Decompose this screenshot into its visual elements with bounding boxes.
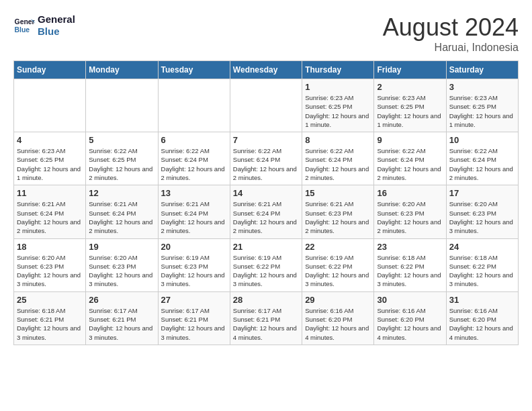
day-info: Sunrise: 6:18 AM Sunset: 6:22 PM Dayligh… — [449, 253, 515, 289]
day-info: Sunrise: 6:23 AM Sunset: 6:25 PM Dayligh… — [377, 93, 443, 129]
weekday-header-saturday: Saturday — [446, 61, 518, 79]
week-row-5: 25Sunrise: 6:18 AM Sunset: 6:21 PM Dayli… — [14, 291, 519, 345]
day-number: 29 — [305, 295, 371, 305]
weekday-header-tuesday: Tuesday — [158, 61, 230, 79]
day-info: Sunrise: 6:17 AM Sunset: 6:21 PM Dayligh… — [89, 306, 154, 342]
day-number: 17 — [449, 188, 515, 198]
calendar-cell: 7Sunrise: 6:22 AM Sunset: 6:24 PM Daylig… — [230, 132, 302, 185]
calendar-cell: 26Sunrise: 6:17 AM Sunset: 6:21 PM Dayli… — [86, 291, 158, 345]
weekday-header-sunday: Sunday — [14, 61, 86, 79]
week-row-4: 18Sunrise: 6:20 AM Sunset: 6:23 PM Dayli… — [14, 238, 519, 291]
calendar-table: SundayMondayTuesdayWednesdayThursdayFrid… — [13, 60, 519, 345]
calendar-cell — [158, 79, 230, 132]
day-info: Sunrise: 6:22 AM Sunset: 6:25 PM Dayligh… — [89, 146, 154, 182]
weekday-header-wednesday: Wednesday — [230, 61, 302, 79]
day-number: 14 — [233, 188, 299, 198]
weekday-header-monday: Monday — [86, 61, 158, 79]
day-info: Sunrise: 6:19 AM Sunset: 6:22 PM Dayligh… — [305, 253, 371, 289]
calendar-cell: 8Sunrise: 6:22 AM Sunset: 6:24 PM Daylig… — [302, 132, 374, 185]
day-info: Sunrise: 6:20 AM Sunset: 6:23 PM Dayligh… — [377, 199, 443, 235]
day-number: 7 — [233, 135, 299, 145]
calendar-cell: 24Sunrise: 6:18 AM Sunset: 6:22 PM Dayli… — [446, 238, 518, 291]
logo-icon: General Blue — [13, 15, 35, 36]
logo-line2: Blue — [38, 26, 75, 38]
calendar-cell: 22Sunrise: 6:19 AM Sunset: 6:22 PM Dayli… — [302, 238, 374, 291]
day-number: 20 — [161, 242, 227, 252]
svg-text:Blue: Blue — [15, 26, 30, 34]
calendar-cell: 21Sunrise: 6:19 AM Sunset: 6:22 PM Dayli… — [230, 238, 302, 291]
day-info: Sunrise: 6:21 AM Sunset: 6:24 PM Dayligh… — [89, 199, 154, 235]
week-row-1: 1Sunrise: 6:23 AM Sunset: 6:25 PM Daylig… — [14, 79, 519, 132]
day-info: Sunrise: 6:17 AM Sunset: 6:21 PM Dayligh… — [161, 306, 227, 342]
calendar-title: August 2024 — [383, 13, 519, 42]
logo-line1: General — [38, 13, 75, 26]
day-number: 2 — [377, 82, 443, 92]
logo: General Blue General Blue — [13, 13, 75, 38]
calendar-cell: 31Sunrise: 6:16 AM Sunset: 6:20 PM Dayli… — [446, 291, 518, 345]
day-info: Sunrise: 6:22 AM Sunset: 6:24 PM Dayligh… — [305, 146, 371, 182]
calendar-cell: 19Sunrise: 6:20 AM Sunset: 6:23 PM Dayli… — [86, 238, 158, 291]
day-info: Sunrise: 6:23 AM Sunset: 6:25 PM Dayligh… — [305, 93, 371, 129]
day-number: 3 — [449, 82, 515, 92]
calendar-cell: 30Sunrise: 6:16 AM Sunset: 6:20 PM Dayli… — [374, 291, 446, 345]
week-row-3: 11Sunrise: 6:21 AM Sunset: 6:24 PM Dayli… — [14, 185, 519, 238]
calendar-cell: 17Sunrise: 6:20 AM Sunset: 6:23 PM Dayli… — [446, 185, 518, 238]
calendar-cell: 11Sunrise: 6:21 AM Sunset: 6:24 PM Dayli… — [14, 185, 86, 238]
calendar-cell: 20Sunrise: 6:19 AM Sunset: 6:23 PM Dayli… — [158, 238, 230, 291]
day-info: Sunrise: 6:20 AM Sunset: 6:23 PM Dayligh… — [449, 199, 515, 235]
day-number: 18 — [17, 242, 83, 252]
svg-text:General: General — [15, 18, 35, 26]
day-info: Sunrise: 6:19 AM Sunset: 6:23 PM Dayligh… — [161, 253, 227, 289]
day-number: 25 — [17, 295, 83, 305]
day-number: 15 — [305, 188, 371, 198]
calendar-cell: 27Sunrise: 6:17 AM Sunset: 6:21 PM Dayli… — [158, 291, 230, 345]
calendar-cell — [14, 79, 86, 132]
calendar-cell: 28Sunrise: 6:17 AM Sunset: 6:21 PM Dayli… — [230, 291, 302, 345]
day-number: 26 — [89, 295, 154, 305]
day-info: Sunrise: 6:21 AM Sunset: 6:24 PM Dayligh… — [161, 199, 227, 235]
calendar-cell: 12Sunrise: 6:21 AM Sunset: 6:24 PM Dayli… — [86, 185, 158, 238]
day-number: 6 — [161, 135, 227, 145]
calendar-subtitle: Haruai, Indonesia — [383, 42, 519, 54]
day-info: Sunrise: 6:19 AM Sunset: 6:22 PM Dayligh… — [233, 253, 299, 289]
day-info: Sunrise: 6:16 AM Sunset: 6:20 PM Dayligh… — [449, 306, 515, 342]
weekday-header-row: SundayMondayTuesdayWednesdayThursdayFrid… — [14, 61, 519, 79]
day-number: 9 — [377, 135, 443, 145]
weekday-header-thursday: Thursday — [302, 61, 374, 79]
day-number: 4 — [17, 135, 83, 145]
calendar-cell: 1Sunrise: 6:23 AM Sunset: 6:25 PM Daylig… — [302, 79, 374, 132]
calendar-cell: 3Sunrise: 6:23 AM Sunset: 6:25 PM Daylig… — [446, 79, 518, 132]
calendar-cell: 6Sunrise: 6:22 AM Sunset: 6:24 PM Daylig… — [158, 132, 230, 185]
calendar-cell — [86, 79, 158, 132]
day-number: 23 — [377, 242, 443, 252]
title-block: August 2024 Haruai, Indonesia — [383, 13, 519, 54]
day-number: 30 — [377, 295, 443, 305]
day-info: Sunrise: 6:23 AM Sunset: 6:25 PM Dayligh… — [17, 146, 83, 182]
day-number: 11 — [17, 188, 83, 198]
day-info: Sunrise: 6:22 AM Sunset: 6:24 PM Dayligh… — [377, 146, 443, 182]
day-number: 28 — [233, 295, 299, 305]
calendar-cell: 15Sunrise: 6:21 AM Sunset: 6:23 PM Dayli… — [302, 185, 374, 238]
day-info: Sunrise: 6:18 AM Sunset: 6:21 PM Dayligh… — [17, 306, 83, 342]
day-number: 13 — [161, 188, 227, 198]
calendar-cell: 18Sunrise: 6:20 AM Sunset: 6:23 PM Dayli… — [14, 238, 86, 291]
day-info: Sunrise: 6:21 AM Sunset: 6:24 PM Dayligh… — [233, 199, 299, 235]
day-info: Sunrise: 6:18 AM Sunset: 6:22 PM Dayligh… — [377, 253, 443, 289]
day-number: 1 — [305, 82, 371, 92]
day-info: Sunrise: 6:16 AM Sunset: 6:20 PM Dayligh… — [377, 306, 443, 342]
day-number: 10 — [449, 135, 515, 145]
day-number: 21 — [233, 242, 299, 252]
day-info: Sunrise: 6:22 AM Sunset: 6:24 PM Dayligh… — [449, 146, 515, 182]
day-number: 12 — [89, 188, 154, 198]
day-number: 19 — [89, 242, 154, 252]
day-number: 31 — [449, 295, 515, 305]
calendar-cell: 16Sunrise: 6:20 AM Sunset: 6:23 PM Dayli… — [374, 185, 446, 238]
calendar-cell: 23Sunrise: 6:18 AM Sunset: 6:22 PM Dayli… — [374, 238, 446, 291]
calendar-cell: 13Sunrise: 6:21 AM Sunset: 6:24 PM Dayli… — [158, 185, 230, 238]
calendar-cell: 5Sunrise: 6:22 AM Sunset: 6:25 PM Daylig… — [86, 132, 158, 185]
calendar-cell: 25Sunrise: 6:18 AM Sunset: 6:21 PM Dayli… — [14, 291, 86, 345]
day-info: Sunrise: 6:16 AM Sunset: 6:20 PM Dayligh… — [305, 306, 371, 342]
day-info: Sunrise: 6:17 AM Sunset: 6:21 PM Dayligh… — [233, 306, 299, 342]
day-number: 24 — [449, 242, 515, 252]
page-header: General Blue General Blue August 2024 Ha… — [13, 13, 519, 54]
